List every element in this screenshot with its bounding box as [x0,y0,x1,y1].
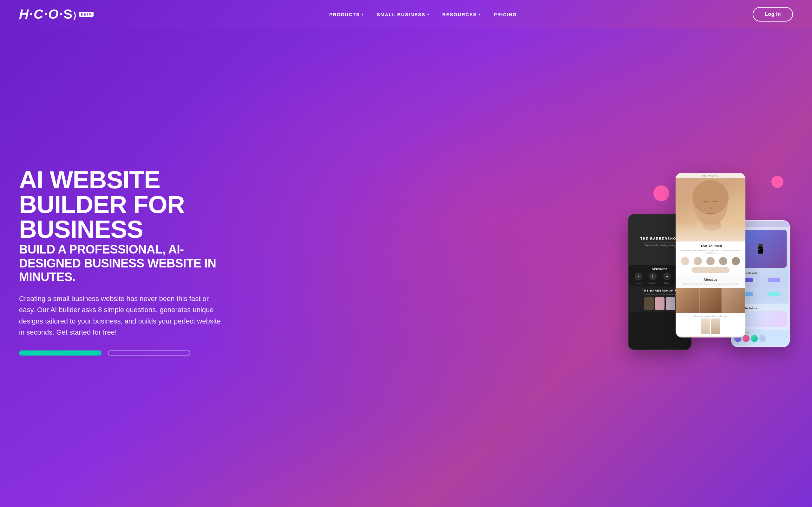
skin-product-2 [711,319,720,334]
skin-photo-2 [699,288,722,313]
skin-circle-3 [706,257,715,265]
skin-about-section: About us We believe beauty is for everyo… [676,275,745,288]
nav-link-pricing[interactable]: PRICING [494,12,517,17]
hero-text: AI WEBSITE BUILDER FOR BUSINESS BUILD A … [19,167,241,355]
skin-content-area: Treat Yourself We are here to help you l… [676,241,745,275]
face-svg [676,178,745,241]
skin-circle-5 [732,257,740,265]
barber-label-1: Haircut [636,282,641,284]
login-button[interactable]: Log In [753,7,793,21]
hero-title: AI WEBSITE BUILDER FOR BUSINESS [19,167,241,241]
barber-product-2 [655,297,664,310]
tech-item-4 [761,290,787,302]
tech-accent-2 [768,278,780,282]
beta-badge: BETA [79,12,93,17]
barber-title: THE BARBERSHOP [641,237,679,240]
barber-label-2: Beard Trim [649,282,656,284]
skin-treat-title: Treat Yourself [679,244,742,248]
hero-description: Creating a small business website has ne… [19,293,222,338]
hero-title-line2: BUILDER FOR BUSINESS [19,192,241,241]
hero-mockups: — — THE BARBERSHOP Experience the art of… [628,166,793,356]
tech-accent-4 [768,292,780,296]
barber-product-3 [666,297,675,310]
cta-secondary-placeholder [108,350,190,355]
skin-product-list [679,319,742,334]
nav-item-small-business[interactable]: SMALL BUSINESS ▾ [377,12,430,17]
skin-popular-section: Our most popular items right now [676,313,745,336]
skin-photo-1 [676,288,699,313]
skin-hero-image [676,178,745,241]
hero-content: AI WEBSITE BUILDER FOR BUSINESS BUILD A … [19,166,793,356]
barber-icon-2: | [649,273,657,280]
skin-description: We are here to help you love the skin yo… [679,249,742,255]
logo-text: H·C·O·S⟩ [19,8,77,21]
svg-point-3 [703,220,721,231]
nav-link-small-business[interactable]: SMALL BUSINESS ▾ [377,12,430,17]
mockup-skincare: SKINCARE [676,173,745,337]
skin-product-circles [679,257,742,265]
cta-row [19,350,241,355]
hero-title-line1: AI WEBSITE [19,167,241,192]
tech-item-2 [761,276,787,288]
nav-link-resources[interactable]: RESOURCES ▾ [442,12,481,17]
chevron-down-icon: ▾ [362,12,364,16]
cta-primary-placeholder [19,350,101,355]
nav-item-pricing[interactable]: PRICING [494,12,517,17]
skin-circle-2 [694,257,702,265]
skin-brand-label: SKINCARE [676,173,745,178]
navigation: H·C·O·S⟩ BETA PRODUCTS ▾ SMALL BUSINESS … [0,0,812,29]
svg-point-1 [693,180,728,215]
nav-item-products[interactable]: PRODUCTS ▾ [329,12,364,17]
skin-about-text: We believe beauty is for everyone, every… [679,283,742,285]
mockup-container: — — THE BARBERSHOP Experience the art of… [628,166,793,356]
chevron-down-icon: ▾ [427,12,430,16]
chevron-down-icon: ▾ [478,12,481,16]
skin-circle-4 [719,257,727,265]
skin-about-title: About us [679,278,742,281]
tech-avatar-more: ... [759,335,766,342]
skin-product-1 [701,319,710,334]
logo[interactable]: H·C·O·S⟩ BETA [19,8,94,21]
barber-divider [643,242,676,242]
barber-product-1 [644,297,654,310]
tech-avatar-3 [751,335,758,342]
barber-icon-1: ✂ [635,273,642,280]
skin-cta-button[interactable] [692,267,729,273]
skin-face-image [676,178,745,241]
skin-popular-title: Our most popular items right now [679,315,742,317]
skin-photo-3 [722,288,745,313]
barber-small-text: — — [656,233,664,236]
nav-links: PRODUCTS ▾ SMALL BUSINESS ▾ RESOURCES ▾ … [329,12,517,17]
hero-section: AI WEBSITE BUILDER FOR BUSINESS BUILD A … [0,29,812,507]
nav-item-resources[interactable]: RESOURCES ▾ [442,12,481,17]
skin-photo-row [676,288,745,313]
barber-label-3: Shave [664,282,669,284]
barber-icon-3: ✦ [663,273,671,280]
hero-subtitle: BUILD A PROFESSIONAL, AI-DESIGNED BUSINE… [19,243,241,284]
svg-point-2 [709,207,712,209]
phone-icon: 📱 [755,243,766,255]
nav-link-products[interactable]: PRODUCTS ▾ [329,12,364,17]
tech-avatar-2 [743,335,750,342]
barber-subtitle: Experience the art of grooming [645,244,675,246]
skin-circle-1 [681,257,689,265]
